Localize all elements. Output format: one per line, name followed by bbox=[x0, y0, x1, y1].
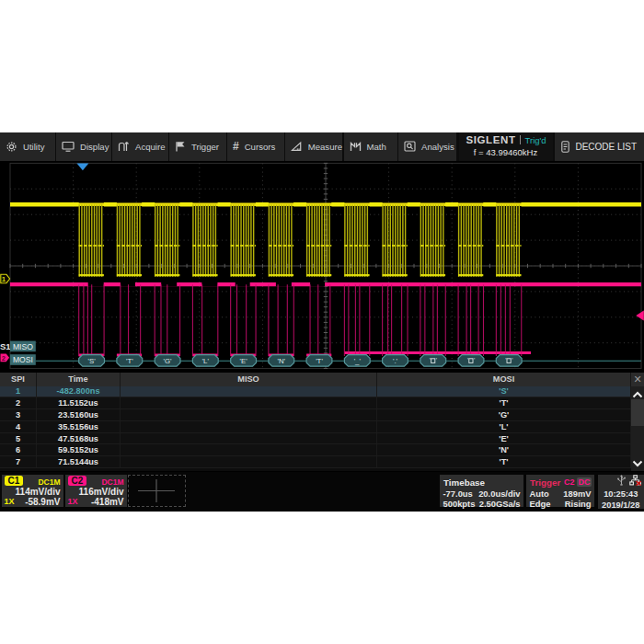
svg-text:MISO: MISO bbox=[13, 342, 33, 351]
svg-text:2: 2 bbox=[2, 354, 6, 362]
svg-text:'G': 'G' bbox=[164, 357, 173, 365]
svg-text:'.': '.' bbox=[393, 357, 398, 365]
svg-text:': ' bbox=[474, 357, 475, 363]
svg-text:'S': 'S' bbox=[88, 357, 97, 365]
svg-text:'T': 'T' bbox=[316, 357, 323, 365]
svg-text:'L': 'L' bbox=[202, 357, 210, 365]
svg-text:': ' bbox=[505, 357, 506, 363]
svg-text:': ' bbox=[512, 357, 512, 363]
svg-text:MOSI: MOSI bbox=[13, 355, 33, 364]
svg-text:'T': 'T' bbox=[126, 357, 133, 365]
svg-text:': ' bbox=[467, 357, 468, 363]
svg-text:'_': '_' bbox=[354, 357, 362, 365]
svg-text:'N': 'N' bbox=[277, 357, 285, 365]
svg-text:': ' bbox=[436, 357, 437, 363]
svg-text:': ' bbox=[430, 357, 431, 363]
svg-text:S1: S1 bbox=[0, 341, 11, 351]
svg-text:1: 1 bbox=[2, 275, 6, 283]
svg-text:'E': 'E' bbox=[240, 357, 248, 365]
